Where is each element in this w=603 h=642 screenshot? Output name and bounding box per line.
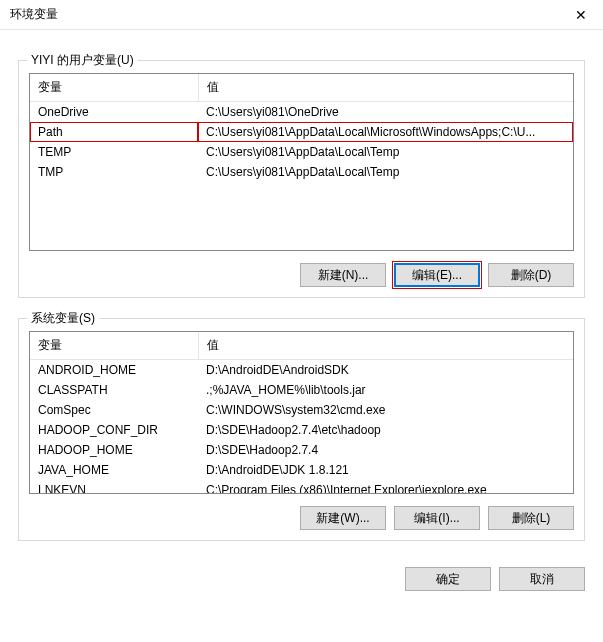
- table-row[interactable]: ANDROID_HOMED:\AndroidDE\AndroidSDK: [30, 360, 573, 381]
- user-delete-button[interactable]: 删除(D): [488, 263, 574, 287]
- var-name-cell: HADOOP_CONF_DIR: [30, 420, 198, 440]
- system-vars-table: 变量 值 ANDROID_HOMED:\AndroidDE\AndroidSDK…: [30, 332, 573, 494]
- system-header-value[interactable]: 值: [198, 332, 573, 360]
- user-new-button[interactable]: 新建(N)...: [300, 263, 386, 287]
- table-row[interactable]: HADOOP_HOMED:\SDE\Hadoop2.7.4: [30, 440, 573, 460]
- var-name-cell: ANDROID_HOME: [30, 360, 198, 381]
- system-vars-table-wrap[interactable]: 变量 值 ANDROID_HOMED:\AndroidDE\AndroidSDK…: [29, 331, 574, 494]
- table-row[interactable]: PathC:\Users\yi081\AppData\Local\Microso…: [30, 122, 573, 142]
- table-row[interactable]: HADOOP_CONF_DIRD:\SDE\Hadoop2.7.4\etc\ha…: [30, 420, 573, 440]
- var-value-cell: D:\AndroidDE\AndroidSDK: [198, 360, 573, 381]
- var-value-cell: C:\Users\yi081\AppData\Local\Temp: [198, 142, 573, 162]
- var-value-cell: D:\AndroidDE\JDK 1.8.121: [198, 460, 573, 480]
- var-name-cell: OneDrive: [30, 102, 198, 123]
- var-value-cell: C:\Program Files (x86)\Internet Explorer…: [198, 480, 573, 494]
- var-value-cell: D:\SDE\Hadoop2.7.4: [198, 440, 573, 460]
- user-header-name[interactable]: 变量: [30, 74, 198, 102]
- var-value-cell: C:\Users\yi081\OneDrive: [198, 102, 573, 123]
- user-vars-group: YIYI 的用户变量(U) 变量 值 OneDriveC:\Users\yi08…: [18, 60, 585, 298]
- user-edit-button[interactable]: 编辑(E)...: [394, 263, 480, 287]
- system-vars-group-label: 系统变量(S): [27, 310, 99, 327]
- cancel-button[interactable]: 取消: [499, 567, 585, 591]
- dialog-footer: 确定 取消: [0, 553, 603, 591]
- dialog-content: YIYI 的用户变量(U) 变量 值 OneDriveC:\Users\yi08…: [0, 30, 603, 553]
- var-value-cell: C:\Users\yi081\AppData\Local\Temp: [198, 162, 573, 182]
- var-value-cell: C:\Users\yi081\AppData\Local\Microsoft\W…: [198, 122, 573, 142]
- table-row[interactable]: OneDriveC:\Users\yi081\OneDrive: [30, 102, 573, 123]
- var-name-cell: TMP: [30, 162, 198, 182]
- window-title: 环境变量: [10, 6, 58, 23]
- table-row[interactable]: LNKEVNC:\Program Files (x86)\Internet Ex…: [30, 480, 573, 494]
- var-name-cell: CLASSPATH: [30, 380, 198, 400]
- table-row[interactable]: TMPC:\Users\yi081\AppData\Local\Temp: [30, 162, 573, 182]
- user-vars-group-label: YIYI 的用户变量(U): [27, 52, 138, 69]
- table-row[interactable]: JAVA_HOMED:\AndroidDE\JDK 1.8.121: [30, 460, 573, 480]
- user-header-value[interactable]: 值: [198, 74, 573, 102]
- ok-button[interactable]: 确定: [405, 567, 491, 591]
- system-header-name[interactable]: 变量: [30, 332, 198, 360]
- table-row[interactable]: TEMPC:\Users\yi081\AppData\Local\Temp: [30, 142, 573, 162]
- user-vars-table-wrap[interactable]: 变量 值 OneDriveC:\Users\yi081\OneDrivePath…: [29, 73, 574, 251]
- var-name-cell: LNKEVN: [30, 480, 198, 494]
- user-vars-table: 变量 值 OneDriveC:\Users\yi081\OneDrivePath…: [30, 74, 573, 182]
- var-value-cell: D:\SDE\Hadoop2.7.4\etc\hadoop: [198, 420, 573, 440]
- var-value-cell: C:\WINDOWS\system32\cmd.exe: [198, 400, 573, 420]
- var-name-cell: JAVA_HOME: [30, 460, 198, 480]
- system-new-button[interactable]: 新建(W)...: [300, 506, 386, 530]
- system-delete-button[interactable]: 删除(L): [488, 506, 574, 530]
- titlebar: 环境变量 ✕: [0, 0, 603, 30]
- var-name-cell: Path: [30, 122, 198, 142]
- system-edit-button[interactable]: 编辑(I)...: [394, 506, 480, 530]
- system-vars-buttons: 新建(W)... 编辑(I)... 删除(L): [29, 506, 574, 530]
- var-value-cell: .;%JAVA_HOME%\lib\tools.jar: [198, 380, 573, 400]
- system-vars-group: 系统变量(S) 变量 值 ANDROID_HOMED:\AndroidDE\An…: [18, 318, 585, 541]
- var-name-cell: TEMP: [30, 142, 198, 162]
- var-name-cell: ComSpec: [30, 400, 198, 420]
- var-name-cell: HADOOP_HOME: [30, 440, 198, 460]
- table-row[interactable]: CLASSPATH.;%JAVA_HOME%\lib\tools.jar: [30, 380, 573, 400]
- table-row[interactable]: ComSpecC:\WINDOWS\system32\cmd.exe: [30, 400, 573, 420]
- close-icon[interactable]: ✕: [558, 0, 603, 30]
- user-vars-buttons: 新建(N)... 编辑(E)... 删除(D): [29, 263, 574, 287]
